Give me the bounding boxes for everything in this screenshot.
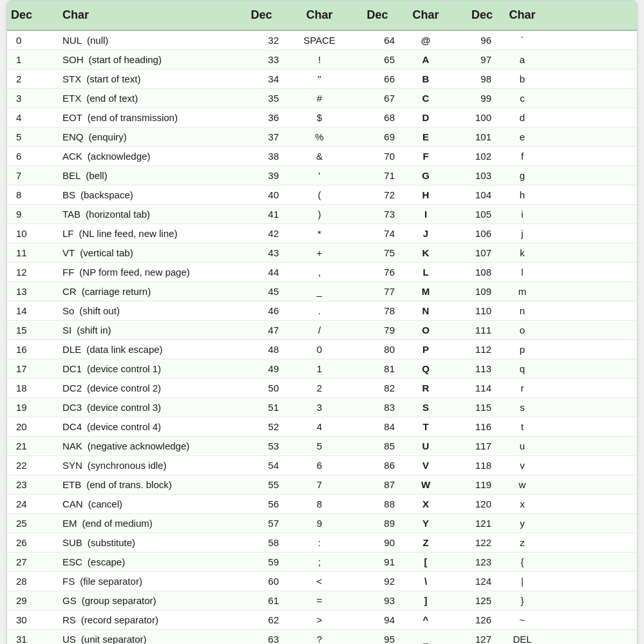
table-row: 23 ETB (end of trans. block) 55 7 87 W 1… (7, 475, 637, 495)
cell-char2: 3 (284, 398, 355, 417)
cell-dec4: 101 (451, 128, 497, 146)
cell-char2: ( (284, 185, 355, 204)
cell-desc: (end of medium) (82, 518, 153, 529)
cell-dec4: 113 (451, 359, 497, 378)
cell-dec2: 43 (239, 243, 284, 262)
cell-dec3: 87 (355, 475, 400, 494)
cell-dec4: 115 (451, 398, 497, 417)
cell-dec3: 65 (355, 50, 400, 69)
table-row: 11 VT (vertical tab) 43 + 75 K 107 k (7, 243, 637, 263)
cell-char3: A (400, 50, 451, 69)
cell-abbr: VT (62, 247, 75, 258)
cell-dec3: 70 (355, 147, 400, 166)
cell-char4: x (497, 495, 548, 513)
cell-char-group: DC1 (device control 1) (59, 359, 239, 378)
cell-dec4: 106 (451, 224, 497, 243)
table-row: 16 DLE (data link escape) 48 0 80 P 112 … (7, 340, 637, 359)
cell-char-group: CAN (cancel) (59, 495, 239, 513)
cell-dec1: 20 (7, 417, 59, 436)
cell-abbr: DC1 (62, 363, 82, 374)
cell-dec1: 15 (7, 321, 59, 339)
cell-abbr: So (62, 305, 74, 316)
cell-char3: Y (400, 514, 451, 533)
cell-char3: Q (400, 359, 451, 378)
cell-char3: O (400, 321, 451, 339)
cell-char3: @ (400, 31, 451, 50)
cell-dec3: 69 (355, 128, 400, 146)
cell-dec4: 119 (451, 475, 497, 494)
cell-dec3: 83 (355, 398, 400, 417)
cell-char3: _ (400, 630, 451, 644)
cell-dec4: 98 (451, 70, 497, 88)
cell-dec2: 34 (239, 70, 284, 88)
cell-char4: u (497, 437, 548, 455)
cell-dec3: 81 (355, 359, 400, 378)
cell-dec2: 38 (239, 147, 284, 166)
cell-dec4: 126 (451, 611, 497, 629)
table-row: 19 DC3 (device control 3) 51 3 83 S 115 … (7, 398, 637, 417)
cell-dec4: 124 (451, 572, 497, 591)
cell-char-group: ETX (end of text) (59, 89, 239, 108)
header-dec3: Dec (355, 1, 400, 30)
cell-char4: o (497, 321, 548, 339)
cell-desc: (start of heading) (89, 54, 162, 65)
cell-char-group: TAB (horizontal tab) (59, 205, 239, 223)
cell-dec3: 92 (355, 572, 400, 591)
cell-char3: I (400, 205, 451, 223)
cell-desc: (NL line feed, new line) (79, 228, 178, 239)
cell-dec2: 33 (239, 50, 284, 69)
cell-char4: t (497, 417, 548, 436)
cell-dec4: 123 (451, 553, 497, 571)
table-row: 26 SUB (substitute) 58 : 90 Z 122 z (7, 533, 637, 553)
cell-dec3: 66 (355, 70, 400, 88)
cell-desc: (device control 4) (87, 421, 161, 432)
cell-abbr: DLE (62, 344, 81, 355)
cell-char4: q (497, 359, 548, 378)
table-row: 22 SYN (synchronous idle) 54 6 86 V 118 … (7, 456, 637, 475)
ascii-table: Dec Char Dec Char Dec Char Dec Char 0 NU… (6, 0, 638, 644)
cell-dec1: 17 (7, 359, 59, 378)
cell-dec4: 99 (451, 89, 497, 108)
cell-desc: (device control 2) (87, 383, 161, 393)
cell-dec1: 18 (7, 379, 59, 397)
cell-dec3: 82 (355, 379, 400, 397)
cell-dec1: 23 (7, 475, 59, 494)
cell-desc: (synchronous idle) (88, 460, 167, 471)
cell-char3: N (400, 301, 451, 320)
cell-dec3: 75 (355, 243, 400, 262)
cell-dec3: 68 (355, 108, 400, 127)
cell-char2: 7 (284, 475, 355, 494)
cell-char3: K (400, 243, 451, 262)
header-char2: Char (284, 1, 355, 30)
cell-dec1: 9 (7, 205, 59, 223)
cell-desc: (unit separator) (81, 634, 147, 644)
cell-char-group: SYN (synchronous idle) (59, 456, 239, 475)
cell-dec2: 63 (239, 630, 284, 644)
cell-dec2: 53 (239, 437, 284, 455)
cell-char2: > (284, 611, 355, 629)
cell-char3: B (400, 70, 451, 88)
cell-char4: d (497, 108, 548, 127)
cell-dec3: 95 (355, 630, 400, 644)
cell-dec1: 2 (7, 70, 59, 88)
cell-char2: 2 (284, 379, 355, 397)
header-dec4: Dec (451, 1, 497, 30)
cell-abbr: STX (62, 73, 81, 84)
cell-dec2: 62 (239, 611, 284, 629)
cell-dec4: 127 (451, 630, 497, 644)
table-row: 18 DC2 (device control 2) 50 2 82 R 114 … (7, 379, 637, 398)
cell-abbr: FF (62, 267, 74, 278)
cell-desc: (null) (87, 35, 108, 46)
cell-char3: Z (400, 533, 451, 552)
cell-abbr: ENQ (62, 131, 84, 142)
cell-char4: g (497, 166, 548, 185)
cell-dec1: 12 (7, 263, 59, 281)
cell-abbr: GS (62, 595, 77, 606)
cell-char2: 5 (284, 437, 355, 455)
cell-dec2: 36 (239, 108, 284, 127)
cell-char-group: CR (carriage return) (59, 282, 239, 301)
cell-char4: DEL (497, 630, 548, 644)
cell-dec4: 114 (451, 379, 497, 397)
cell-char3: X (400, 495, 451, 513)
cell-dec3: 85 (355, 437, 400, 455)
